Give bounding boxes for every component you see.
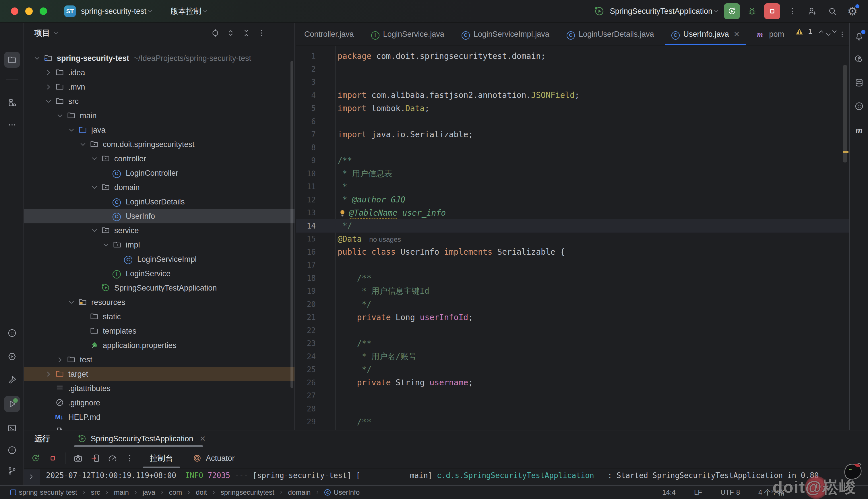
chevron-down-icon[interactable] [44,96,53,106]
notifications-bell-icon[interactable] [851,28,867,44]
zoom-window-button[interactable] [40,8,47,15]
tree-item-test[interactable]: test [24,353,295,367]
console-output[interactable]: 2025-07-12T10:00:19.119+08:00 INFO 72035… [24,470,849,485]
chevron-down-icon[interactable] [89,154,99,164]
chevron-down-icon[interactable] [32,53,42,63]
profiler-icon[interactable] [105,451,120,466]
breadcrumb-item-domain[interactable]: domain [286,488,313,496]
tree-item-application.properties[interactable]: application.properties [24,338,295,353]
chevron-right-icon[interactable] [44,369,53,379]
tree-item-mvnw[interactable]: mvnw [24,424,295,430]
chevron-right-icon[interactable] [55,355,65,365]
vcs-menu[interactable]: 版本控制 [165,6,209,16]
hide-panel-icon[interactable] [273,28,282,38]
stop-button[interactable] [764,3,780,19]
build-icon[interactable] [4,372,20,388]
stop-icon[interactable] [45,451,60,466]
breadcrumb-item-doit[interactable]: doit [194,488,209,496]
structure-icon[interactable] [4,95,20,111]
tree-item-templates[interactable]: templates [24,324,295,338]
tree-item-userinfo[interactable]: CUserInfo [24,209,295,223]
logger-link[interactable]: c.d.s.SpringSecurityTestApplication [437,471,594,480]
tree-item-.idea[interactable]: .idea [24,65,295,80]
minimize-window-button[interactable] [25,8,33,15]
tree-item-java[interactable]: java [24,123,295,137]
tree-item-static[interactable]: static [24,309,295,324]
tab-userinfo-java[interactable]: CUserInfo.java✕ [663,23,748,45]
tab-controller-java[interactable]: Controller.java [296,23,362,45]
chevron-right-icon[interactable] [44,82,53,92]
breadcrumb-item-userinfo[interactable]: CUserInfo [322,488,362,496]
problems-icon[interactable] [4,442,20,458]
breadcrumb-item-com[interactable]: com [167,488,184,496]
tab-loginservice-java[interactable]: ILoginService.java [362,23,453,45]
tab-pom[interactable]: mpom [748,23,793,45]
tab-console[interactable]: 控制台 [143,448,180,468]
more-actions-button[interactable] [784,3,800,19]
services-icon[interactable] [4,325,20,341]
tab-loginuserdetails-java[interactable]: CLoginUserDetails.java [558,23,663,45]
run-button[interactable] [724,3,740,19]
chevron-down-icon[interactable] [66,125,76,135]
run-tool-icon[interactable] [4,396,20,412]
git-branch-icon[interactable] [4,463,20,479]
tree-item-.gitattributes[interactable]: .gitattributes [24,381,295,395]
locate-file-icon[interactable] [211,28,220,38]
tree-item-logincontroller[interactable]: CLoginController [24,166,295,180]
settings-button[interactable]: ⚙ [844,3,860,19]
project-tool-icon[interactable] [4,52,20,68]
run-tab[interactable]: SpringSecurityTestApplication ✕ [76,430,206,447]
rerun-icon[interactable] [28,451,43,466]
chevron-down-icon[interactable] [66,297,76,307]
breadcrumb-item-springsecuritytest[interactable]: springsecuritytest [219,488,277,496]
close-icon[interactable]: ✕ [199,435,206,443]
chevron-down-icon[interactable] [55,111,65,121]
tree-item-main[interactable]: main [24,109,295,123]
thread-dump-icon[interactable] [71,451,86,466]
indent-setting[interactable]: 4 个空格 [758,488,785,497]
tree-item-.mvn[interactable]: .mvn [24,80,295,94]
close-icon[interactable]: ✕ [734,30,740,39]
exit-icon[interactable] [88,451,103,466]
tree-item-loginservice[interactable]: ILoginService [24,266,295,281]
breadcrumb-item-spring-security-test[interactable]: spring-security-test [8,488,79,496]
tree-item-springsecuritytestapplication[interactable]: SpringSecurityTestApplication [24,281,295,295]
maven-icon[interactable]: m [851,122,867,138]
tree-item-impl[interactable]: impl [24,238,295,252]
chevron-down-icon[interactable] [52,29,60,37]
chevron-down-icon[interactable] [78,139,88,149]
chevron-down-icon[interactable] [89,226,99,235]
usages-inlay-hint[interactable]: no usages [369,235,401,243]
collapse-all-icon[interactable] [242,28,251,38]
breadcrumb-item-main[interactable]: main [112,488,131,496]
tree-item-com.doit.springsecuritytest[interactable]: com.doit.springsecuritytest [24,137,295,151]
chevron-down-icon[interactable] [101,240,111,250]
intention-bulb-icon[interactable] [337,208,347,218]
run-anything-icon[interactable] [4,349,20,365]
add-user-button[interactable] [804,3,820,19]
tree-scrollbar[interactable] [290,61,293,388]
console-options-icon[interactable] [122,451,137,466]
tree-item-target[interactable]: target [24,367,295,381]
tree-item-service[interactable]: service [24,223,295,238]
chevron-right-icon[interactable] [44,68,53,77]
spring-tool-icon[interactable] [851,50,867,66]
tree-item-controller[interactable]: controller [24,151,295,166]
chevron-up-icon[interactable] [817,27,826,36]
tree-item-domain[interactable]: domain [24,180,295,195]
chevron-down-icon[interactable] [89,183,99,192]
tree-item-spring-security-test[interactable]: spring-security-test~/IdeaProjects/sprin… [24,51,295,65]
tree-item-help.md[interactable]: M↓HELP.md [24,410,295,424]
tree-item-loginuserdetails[interactable]: CLoginUserDetails [24,195,295,209]
line-ending[interactable]: LF [694,488,702,496]
tree-item-resources[interactable]: resources [24,295,295,309]
project-selector[interactable]: spring-security-test [76,7,154,16]
database-icon[interactable] [851,75,867,91]
tree-item-loginserviceimpl[interactable]: CLoginServiceImpl [24,252,295,266]
close-window-button[interactable] [11,8,18,15]
code-editor[interactable]: 1package com.doit.springsecuritytest.dom… [296,46,849,430]
search-everywhere-button[interactable] [824,3,841,19]
panel-options-icon[interactable] [257,28,266,38]
error-stripe-warning-mark[interactable] [843,151,848,153]
inspections-widget[interactable]: 1 [795,27,839,36]
